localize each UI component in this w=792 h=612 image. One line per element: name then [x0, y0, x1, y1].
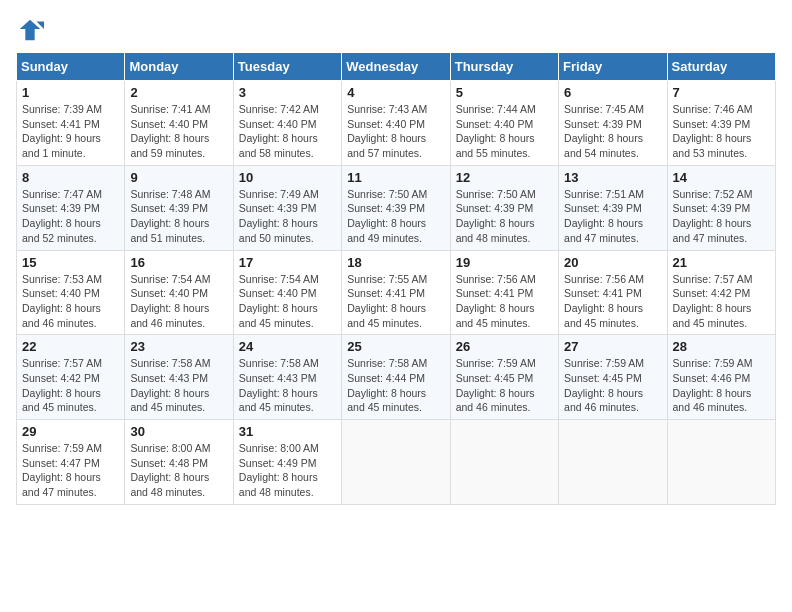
calendar-cell: 2Sunrise: 7:41 AMSunset: 4:40 PMDaylight… [125, 81, 233, 166]
day-detail: Sunrise: 7:59 AMSunset: 4:46 PMDaylight:… [673, 356, 770, 415]
day-number: 16 [130, 255, 227, 270]
calendar-cell: 27Sunrise: 7:59 AMSunset: 4:45 PMDayligh… [559, 335, 667, 420]
calendar-cell: 8Sunrise: 7:47 AMSunset: 4:39 PMDaylight… [17, 165, 125, 250]
day-number: 25 [347, 339, 444, 354]
column-header-wednesday: Wednesday [342, 53, 450, 81]
calendar-cell: 3Sunrise: 7:42 AMSunset: 4:40 PMDaylight… [233, 81, 341, 166]
column-header-sunday: Sunday [17, 53, 125, 81]
day-detail: Sunrise: 7:42 AMSunset: 4:40 PMDaylight:… [239, 102, 336, 161]
calendar-cell: 13Sunrise: 7:51 AMSunset: 4:39 PMDayligh… [559, 165, 667, 250]
svg-marker-0 [20, 20, 41, 41]
calendar-cell: 11Sunrise: 7:50 AMSunset: 4:39 PMDayligh… [342, 165, 450, 250]
day-detail: Sunrise: 7:57 AMSunset: 4:42 PMDaylight:… [673, 272, 770, 331]
calendar-cell: 17Sunrise: 7:54 AMSunset: 4:40 PMDayligh… [233, 250, 341, 335]
day-detail: Sunrise: 7:49 AMSunset: 4:39 PMDaylight:… [239, 187, 336, 246]
day-number: 13 [564, 170, 661, 185]
calendar-cell: 5Sunrise: 7:44 AMSunset: 4:40 PMDaylight… [450, 81, 558, 166]
header [16, 16, 776, 44]
day-number: 10 [239, 170, 336, 185]
calendar-cell [667, 420, 775, 505]
day-number: 8 [22, 170, 119, 185]
day-detail: Sunrise: 7:54 AMSunset: 4:40 PMDaylight:… [130, 272, 227, 331]
calendar-cell: 22Sunrise: 7:57 AMSunset: 4:42 PMDayligh… [17, 335, 125, 420]
calendar-cell: 21Sunrise: 7:57 AMSunset: 4:42 PMDayligh… [667, 250, 775, 335]
calendar-cell: 24Sunrise: 7:58 AMSunset: 4:43 PMDayligh… [233, 335, 341, 420]
day-number: 22 [22, 339, 119, 354]
calendar-cell: 26Sunrise: 7:59 AMSunset: 4:45 PMDayligh… [450, 335, 558, 420]
calendar-cell: 15Sunrise: 7:53 AMSunset: 4:40 PMDayligh… [17, 250, 125, 335]
day-number: 3 [239, 85, 336, 100]
calendar-cell: 12Sunrise: 7:50 AMSunset: 4:39 PMDayligh… [450, 165, 558, 250]
day-number: 11 [347, 170, 444, 185]
calendar-week-row: 1Sunrise: 7:39 AMSunset: 4:41 PMDaylight… [17, 81, 776, 166]
day-number: 28 [673, 339, 770, 354]
day-number: 4 [347, 85, 444, 100]
day-number: 29 [22, 424, 119, 439]
day-detail: Sunrise: 7:48 AMSunset: 4:39 PMDaylight:… [130, 187, 227, 246]
day-number: 17 [239, 255, 336, 270]
calendar-week-row: 22Sunrise: 7:57 AMSunset: 4:42 PMDayligh… [17, 335, 776, 420]
day-detail: Sunrise: 7:58 AMSunset: 4:44 PMDaylight:… [347, 356, 444, 415]
day-number: 24 [239, 339, 336, 354]
day-detail: Sunrise: 7:58 AMSunset: 4:43 PMDaylight:… [130, 356, 227, 415]
column-header-friday: Friday [559, 53, 667, 81]
day-number: 1 [22, 85, 119, 100]
day-detail: Sunrise: 8:00 AMSunset: 4:49 PMDaylight:… [239, 441, 336, 500]
calendar-cell: 4Sunrise: 7:43 AMSunset: 4:40 PMDaylight… [342, 81, 450, 166]
day-number: 14 [673, 170, 770, 185]
day-number: 12 [456, 170, 553, 185]
day-detail: Sunrise: 7:50 AMSunset: 4:39 PMDaylight:… [347, 187, 444, 246]
day-number: 6 [564, 85, 661, 100]
day-number: 15 [22, 255, 119, 270]
calendar-cell: 14Sunrise: 7:52 AMSunset: 4:39 PMDayligh… [667, 165, 775, 250]
day-detail: Sunrise: 7:46 AMSunset: 4:39 PMDaylight:… [673, 102, 770, 161]
day-number: 19 [456, 255, 553, 270]
calendar-cell: 16Sunrise: 7:54 AMSunset: 4:40 PMDayligh… [125, 250, 233, 335]
column-header-thursday: Thursday [450, 53, 558, 81]
day-detail: Sunrise: 7:59 AMSunset: 4:45 PMDaylight:… [564, 356, 661, 415]
calendar-cell: 31Sunrise: 8:00 AMSunset: 4:49 PMDayligh… [233, 420, 341, 505]
logo-icon [16, 16, 44, 44]
day-detail: Sunrise: 7:47 AMSunset: 4:39 PMDaylight:… [22, 187, 119, 246]
calendar-cell: 10Sunrise: 7:49 AMSunset: 4:39 PMDayligh… [233, 165, 341, 250]
day-detail: Sunrise: 7:44 AMSunset: 4:40 PMDaylight:… [456, 102, 553, 161]
day-detail: Sunrise: 7:56 AMSunset: 4:41 PMDaylight:… [564, 272, 661, 331]
day-detail: Sunrise: 7:59 AMSunset: 4:47 PMDaylight:… [22, 441, 119, 500]
calendar-cell: 23Sunrise: 7:58 AMSunset: 4:43 PMDayligh… [125, 335, 233, 420]
day-detail: Sunrise: 7:51 AMSunset: 4:39 PMDaylight:… [564, 187, 661, 246]
day-number: 30 [130, 424, 227, 439]
day-number: 26 [456, 339, 553, 354]
day-detail: Sunrise: 7:45 AMSunset: 4:39 PMDaylight:… [564, 102, 661, 161]
day-number: 9 [130, 170, 227, 185]
day-detail: Sunrise: 7:59 AMSunset: 4:45 PMDaylight:… [456, 356, 553, 415]
calendar-week-row: 15Sunrise: 7:53 AMSunset: 4:40 PMDayligh… [17, 250, 776, 335]
calendar-cell: 6Sunrise: 7:45 AMSunset: 4:39 PMDaylight… [559, 81, 667, 166]
column-header-monday: Monday [125, 53, 233, 81]
calendar-cell: 28Sunrise: 7:59 AMSunset: 4:46 PMDayligh… [667, 335, 775, 420]
day-number: 31 [239, 424, 336, 439]
calendar-cell: 29Sunrise: 7:59 AMSunset: 4:47 PMDayligh… [17, 420, 125, 505]
day-detail: Sunrise: 7:39 AMSunset: 4:41 PMDaylight:… [22, 102, 119, 161]
day-detail: Sunrise: 7:54 AMSunset: 4:40 PMDaylight:… [239, 272, 336, 331]
day-number: 23 [130, 339, 227, 354]
calendar-cell: 25Sunrise: 7:58 AMSunset: 4:44 PMDayligh… [342, 335, 450, 420]
day-number: 7 [673, 85, 770, 100]
calendar-cell [342, 420, 450, 505]
calendar-cell: 19Sunrise: 7:56 AMSunset: 4:41 PMDayligh… [450, 250, 558, 335]
day-detail: Sunrise: 7:55 AMSunset: 4:41 PMDaylight:… [347, 272, 444, 331]
calendar-cell: 30Sunrise: 8:00 AMSunset: 4:48 PMDayligh… [125, 420, 233, 505]
calendar-header-row: SundayMondayTuesdayWednesdayThursdayFrid… [17, 53, 776, 81]
logo [16, 16, 44, 44]
day-detail: Sunrise: 7:57 AMSunset: 4:42 PMDaylight:… [22, 356, 119, 415]
day-detail: Sunrise: 7:52 AMSunset: 4:39 PMDaylight:… [673, 187, 770, 246]
day-detail: Sunrise: 7:56 AMSunset: 4:41 PMDaylight:… [456, 272, 553, 331]
day-number: 5 [456, 85, 553, 100]
column-header-saturday: Saturday [667, 53, 775, 81]
day-number: 27 [564, 339, 661, 354]
day-number: 2 [130, 85, 227, 100]
day-detail: Sunrise: 8:00 AMSunset: 4:48 PMDaylight:… [130, 441, 227, 500]
column-header-tuesday: Tuesday [233, 53, 341, 81]
day-number: 20 [564, 255, 661, 270]
calendar-cell: 9Sunrise: 7:48 AMSunset: 4:39 PMDaylight… [125, 165, 233, 250]
calendar-cell: 1Sunrise: 7:39 AMSunset: 4:41 PMDaylight… [17, 81, 125, 166]
